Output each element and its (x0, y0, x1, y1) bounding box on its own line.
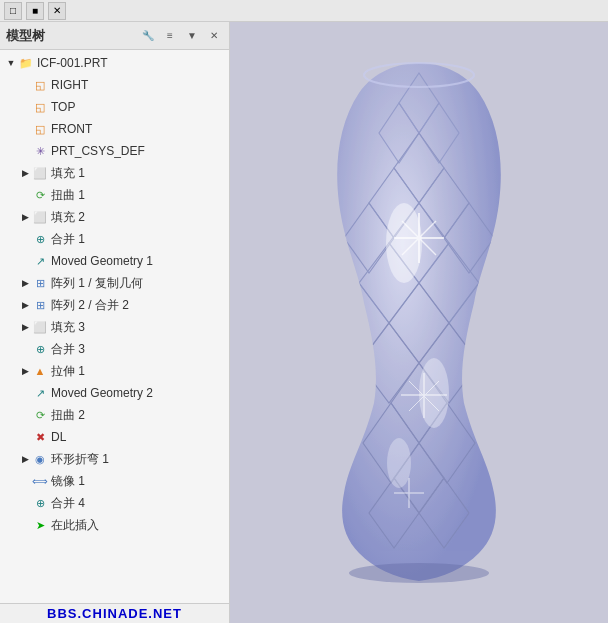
tree-label-fill2: 填充 2 (51, 209, 85, 226)
tree-container: ▼ 📁 ICF-001.PRT ◱ RIGHT ◱ TOP ◱ FRONT (0, 50, 229, 603)
tree-label-top: TOP (51, 100, 75, 114)
expand-fill1[interactable]: ▶ (18, 166, 32, 180)
tree-label-circular1: 环形折弯 1 (51, 451, 109, 468)
expand-csys (18, 144, 32, 158)
plane-icon-right: ◱ (32, 77, 48, 93)
panel-title: 模型树 (6, 27, 133, 45)
expand-front (18, 122, 32, 136)
merge-icon-3: ⊕ (32, 341, 48, 357)
fill-icon-3: ⬜ (32, 319, 48, 335)
tree-label-moved1: Moved Geometry 1 (51, 254, 153, 268)
csys-icon: ✳ (32, 143, 48, 159)
extrude-icon-1: ▲ (32, 363, 48, 379)
tree-label-insert: 在此插入 (51, 517, 99, 534)
tree-label-merge1: 合并 1 (51, 231, 85, 248)
vase-body (337, 63, 501, 581)
bottom-shadow (349, 563, 489, 583)
tree-item-root[interactable]: ▼ 📁 ICF-001.PRT (0, 52, 229, 74)
tree-label-pattern1: 阵列 1 / 复制几何 (51, 275, 143, 292)
highlight-main (386, 203, 422, 283)
tree-label-merge4: 合并 4 (51, 495, 85, 512)
tree-label-twist1: 扭曲 1 (51, 187, 85, 204)
tree-item-top[interactable]: ◱ TOP (0, 96, 229, 118)
tree-label-fill1: 填充 1 (51, 165, 85, 182)
expand-root[interactable]: ▼ (4, 56, 18, 70)
expand-twist2 (18, 408, 32, 422)
tree-item-pattern2[interactable]: ▶ ⊞ 阵列 2 / 合并 2 (0, 294, 229, 316)
tree-label-csys: PRT_CSYS_DEF (51, 144, 145, 158)
tree-label-root: ICF-001.PRT (37, 56, 107, 70)
model-tree-panel: 模型树 🔧 ≡ ▼ ✕ ▼ 📁 ICF-001.PRT ◱ RIGHT (0, 22, 230, 623)
tree-label-mirror1: 镜像 1 (51, 473, 85, 490)
fill-icon-2: ⬜ (32, 209, 48, 225)
watermark: BBS.CHINADE.NET (0, 603, 229, 623)
pattern-icon-1: ⊞ (32, 275, 48, 291)
toolbar-icon-1[interactable]: □ (4, 2, 22, 20)
tree-label-twist2: 扭曲 2 (51, 407, 85, 424)
expand-right (18, 78, 32, 92)
tree-item-front[interactable]: ◱ FRONT (0, 118, 229, 140)
tree-label-pattern2: 阵列 2 / 合并 2 (51, 297, 129, 314)
watermark-text: BBS.CHINADE.NET (47, 606, 182, 621)
tree-item-merge4[interactable]: ⊕ 合并 4 (0, 492, 229, 514)
moved-icon-1: ↗ (32, 253, 48, 269)
tree-label-right: RIGHT (51, 78, 88, 92)
settings-icon[interactable]: 🔧 (139, 27, 157, 45)
tree-label-moved2: Moved Geometry 2 (51, 386, 153, 400)
expand-fill2[interactable]: ▶ (18, 210, 32, 224)
list-icon[interactable]: ≡ (161, 27, 179, 45)
fill-icon-1: ⬜ (32, 165, 48, 181)
tree-item-pattern1[interactable]: ▶ ⊞ 阵列 1 / 复制几何 (0, 272, 229, 294)
toolbar-icon-3[interactable]: ✕ (48, 2, 66, 20)
expand-fill3[interactable]: ▶ (18, 320, 32, 334)
twist-icon-2: ⟳ (32, 407, 48, 423)
insert-icon: ➤ (32, 517, 48, 533)
tree-item-mirror1[interactable]: ⟺ 镜像 1 (0, 470, 229, 492)
expand-dl (18, 430, 32, 444)
merge-icon-4: ⊕ (32, 495, 48, 511)
vase-svg (279, 43, 559, 603)
expand-pattern2[interactable]: ▶ (18, 298, 32, 312)
tree-item-dl[interactable]: ✖ DL (0, 426, 229, 448)
tree-item-twist2[interactable]: ⟳ 扭曲 2 (0, 404, 229, 426)
tree-item-right[interactable]: ◱ RIGHT (0, 74, 229, 96)
expand-moved2 (18, 386, 32, 400)
top-toolbar: □ ■ ✕ (0, 0, 608, 22)
tree-label-fill3: 填充 3 (51, 319, 85, 336)
tree-item-circular1[interactable]: ▶ ◉ 环形折弯 1 (0, 448, 229, 470)
expand-insert (18, 518, 32, 532)
expand-merge1 (18, 232, 32, 246)
close-icon[interactable]: ✕ (205, 27, 223, 45)
tree-item-fill2[interactable]: ▶ ⬜ 填充 2 (0, 206, 229, 228)
folder-icon: 📁 (18, 55, 34, 71)
expand-pattern1[interactable]: ▶ (18, 276, 32, 290)
pattern-icon-2: ⊞ (32, 297, 48, 313)
tree-item-fill3[interactable]: ▶ ⬜ 填充 3 (0, 316, 229, 338)
tree-item-twist1[interactable]: ⟳ 扭曲 1 (0, 184, 229, 206)
expand-extrude1[interactable]: ▶ (18, 364, 32, 378)
tree-item-merge1[interactable]: ⊕ 合并 1 (0, 228, 229, 250)
tree-label-extrude1: 拉伸 1 (51, 363, 85, 380)
toolbar-icon-2[interactable]: ■ (26, 2, 44, 20)
tree-item-insert[interactable]: ➤ 在此插入 (0, 514, 229, 536)
vase-container (230, 22, 608, 623)
expand-merge4 (18, 496, 32, 510)
tree-item-moved1[interactable]: ↗ Moved Geometry 1 (0, 250, 229, 272)
tree-item-fill1[interactable]: ▶ ⬜ 填充 1 (0, 162, 229, 184)
plane-icon-front: ◱ (32, 121, 48, 137)
expand-top (18, 100, 32, 114)
moved-icon-2: ↗ (32, 385, 48, 401)
highlight-bottom (387, 438, 411, 488)
expand-merge3 (18, 342, 32, 356)
dropdown-icon[interactable]: ▼ (183, 27, 201, 45)
tree-item-csys[interactable]: ✳ PRT_CSYS_DEF (0, 140, 229, 162)
tree-item-merge3[interactable]: ⊕ 合并 3 (0, 338, 229, 360)
tree-item-extrude1[interactable]: ▶ ▲ 拉伸 1 (0, 360, 229, 382)
tree-item-moved2[interactable]: ↗ Moved Geometry 2 (0, 382, 229, 404)
expand-circular1[interactable]: ▶ (18, 452, 32, 466)
plane-icon-top: ◱ (32, 99, 48, 115)
expand-twist1 (18, 188, 32, 202)
tree-label-front: FRONT (51, 122, 92, 136)
merge-icon-1: ⊕ (32, 231, 48, 247)
panel-header: 模型树 🔧 ≡ ▼ ✕ (0, 22, 229, 50)
